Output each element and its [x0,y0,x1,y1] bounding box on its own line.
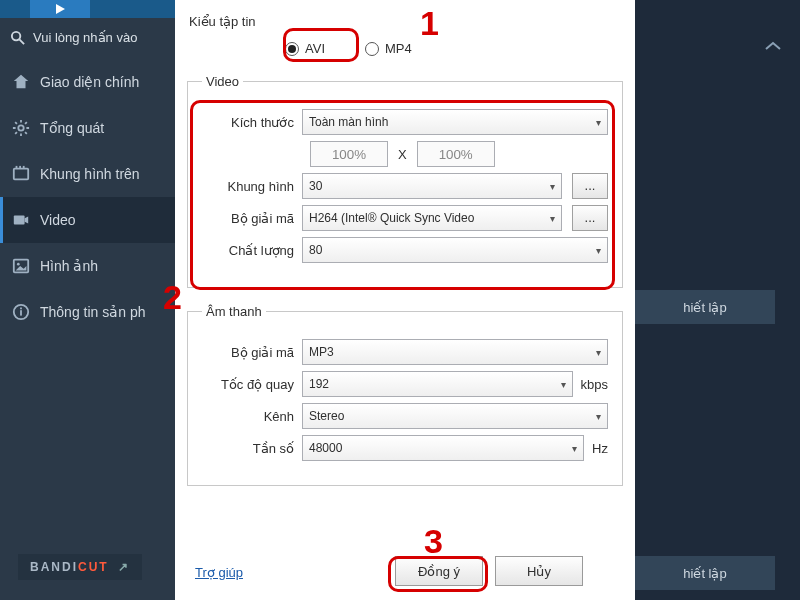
format-settings-dialog: Kiểu tập tin AVI MP4 Video Kích thước To… [175,0,635,600]
svg-point-3 [18,125,23,130]
freq-label: Tần số [202,441,302,456]
cancel-button[interactable]: Hủy [495,556,583,586]
search-placeholder: Vui lòng nhấn vào [33,30,137,45]
sidebar-item-label: Khung hình trên [40,166,140,182]
audio-codec-label: Bộ giải mã [202,345,302,360]
svg-rect-13 [20,310,22,315]
sidebar-item-image[interactable]: Hình ảnh [0,243,175,289]
channel-label: Kênh [202,409,302,424]
sidebar-item-video[interactable]: Video [0,197,175,243]
size-value: Toàn màn hình [309,115,388,129]
svg-rect-5 [16,166,18,169]
side-button-label: hiết lập [683,566,726,581]
brand-badge[interactable]: BANDICUT ↗ [18,554,142,580]
play-button[interactable] [30,0,90,18]
svg-point-11 [17,263,20,266]
side-settings-button-2[interactable]: hiết lập [635,556,775,590]
ok-button[interactable]: Đồng ý [395,556,483,586]
chevron-down-icon: ▾ [596,245,601,256]
svg-rect-8 [14,216,25,225]
svg-rect-14 [20,308,22,310]
fps-label: Khung hình [202,179,302,194]
size-select[interactable]: Toàn màn hình ▾ [302,109,608,135]
video-codec-value: H264 (Intel® Quick Sync Video [309,211,474,225]
channel-select[interactable]: Stereo ▾ [302,403,608,429]
fps-select[interactable]: 30 ▾ [302,173,562,199]
chevron-down-icon: ▾ [561,379,566,390]
brand-text: BANDI [30,560,78,574]
sidebar-item-general[interactable]: Tổng quát [0,105,175,151]
collapse-icon[interactable] [764,40,782,52]
video-codec-select[interactable]: H264 (Intel® Quick Sync Video ▾ [302,205,562,231]
radio-dot-icon [365,42,379,56]
fps-more-button[interactable]: ... [572,173,608,199]
codec-more-button[interactable]: ... [572,205,608,231]
audio-codec-select[interactable]: MP3 ▾ [302,339,608,365]
sidebar-item-main[interactable]: Giao diện chính [0,59,175,105]
bitrate-value: 192 [309,377,329,391]
arrow-icon: ↗ [118,560,130,574]
svg-line-2 [19,39,24,44]
search-row[interactable]: Vui lòng nhấn vào [0,18,175,59]
chevron-down-icon: ▾ [550,181,555,192]
sidebar-item-label: Giao diện chính [40,74,139,90]
file-type-label: Kiểu tập tin [175,0,635,33]
search-icon [10,30,25,45]
svg-marker-9 [25,216,29,223]
chevron-down-icon: ▾ [596,117,601,128]
chevron-down-icon: ▾ [596,411,601,422]
side-button-label: hiết lập [683,300,726,315]
codec-label: Bộ giải mã [202,211,302,226]
radio-mp4[interactable]: MP4 [365,41,412,56]
sidebar-item-label: Thông tin sản ph [40,304,146,320]
svg-rect-4 [14,169,28,180]
sidebar-item-label: Hình ảnh [40,258,98,274]
home-icon [12,73,30,91]
side-settings-button-1[interactable]: hiết lập [635,290,775,324]
bitrate-unit: kbps [581,377,608,392]
video-group: Video Kích thước Toàn màn hình ▾ X Khung… [187,74,623,288]
sidebar-item-label: Tổng quát [40,120,104,136]
video-legend: Video [202,74,243,89]
svg-rect-7 [23,166,25,169]
sidebar-item-fps[interactable]: Khung hình trên [0,151,175,197]
freq-unit: Hz [592,441,608,456]
svg-marker-0 [56,4,65,14]
dimension-separator: X [388,147,417,162]
radio-mp4-label: MP4 [385,41,412,56]
width-percent-input[interactable] [310,141,388,167]
size-label: Kích thước [202,115,302,130]
title-bar [0,0,175,18]
gear-icon [12,119,30,137]
play-icon [53,3,67,15]
audio-legend: Âm thanh [202,304,266,319]
quality-label: Chất lượng [202,243,302,258]
fps-icon [12,165,30,183]
help-link[interactable]: Trợ giúp [195,565,243,580]
quality-select[interactable]: 80 ▾ [302,237,608,263]
bitrate-select[interactable]: 192 ▾ [302,371,573,397]
radio-dot-icon [285,42,299,56]
sidebar: Vui lòng nhấn vào Giao diện chính Tổng q… [0,0,175,600]
freq-select[interactable]: 48000 ▾ [302,435,584,461]
sidebar-item-label: Video [40,212,76,228]
audio-codec-value: MP3 [309,345,334,359]
info-icon [12,303,30,321]
radio-avi[interactable]: AVI [285,41,325,56]
fps-value: 30 [309,179,322,193]
freq-value: 48000 [309,441,342,455]
quality-value: 80 [309,243,322,257]
audio-group: Âm thanh Bộ giải mã MP3 ▾ Tốc độ quay 19… [187,304,623,486]
bitrate-label: Tốc độ quay [202,377,302,392]
image-icon [12,257,30,275]
radio-avi-label: AVI [305,41,325,56]
video-icon [12,211,30,229]
sidebar-item-info[interactable]: Thông tin sản ph [0,289,175,335]
chevron-down-icon: ▾ [596,347,601,358]
chevron-down-icon: ▾ [550,213,555,224]
height-percent-input[interactable] [417,141,495,167]
brand-cut: CUT [78,560,109,574]
svg-rect-6 [19,166,21,169]
channel-value: Stereo [309,409,344,423]
chevron-down-icon: ▾ [572,443,577,454]
